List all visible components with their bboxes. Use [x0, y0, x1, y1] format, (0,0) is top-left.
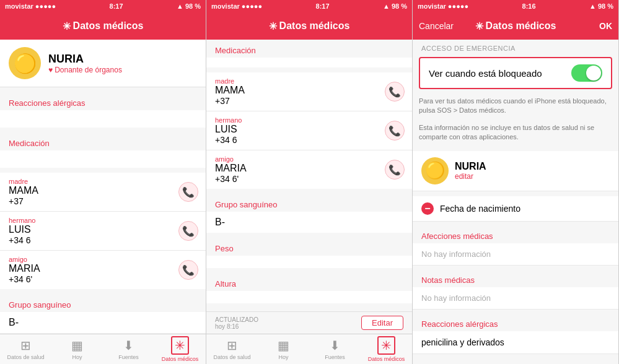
signal-2: ●●●●●: [242, 2, 262, 10]
scroll-content-1[interactable]: 🟡 NURIA ♥ Donante de órganos Reacciones …: [0, 40, 206, 334]
nav-star-icon-1: ✳: [63, 20, 71, 32]
edit-profile-link-3[interactable]: editar: [455, 172, 486, 181]
contact-relation-hermano-1: hermano: [9, 217, 197, 224]
divider-3a: [413, 191, 618, 196]
contact-relation-madre-1: madre: [9, 178, 197, 185]
divider-1a: [0, 87, 206, 92]
notas-value-3: No hay información: [421, 293, 491, 303]
status-right-3: ▲ 98 %: [589, 2, 613, 10]
nav-star-icon-3: ✳: [475, 20, 483, 32]
tab-fuentes-1[interactable]: ⬇ Fuentes: [103, 334, 154, 364]
section-reacciones-1: Reacciones alérgicas: [0, 92, 206, 110]
contact-relation-madre-2: madre: [215, 77, 403, 85]
scroll-content-2[interactable]: Medicación madre MAMA +37 📞 hermano LUIS…: [206, 40, 412, 311]
call-amigo-btn-1[interactable]: 📞: [178, 260, 198, 280]
tab-datos-medicos-icon-2: ✳: [377, 336, 395, 355]
tab-hoy-label-2: Hoy: [278, 354, 288, 360]
tab-datos-salud-2[interactable]: ⊞ Datos de salud: [206, 334, 258, 364]
ok-button-3[interactable]: OK: [599, 21, 612, 31]
panel-1: movistar ●●●●● 8:17 ▲ 98 % ✳ Datos médic…: [0, 0, 206, 364]
reacciones-item-3: penicilina y derivados: [413, 331, 618, 354]
wifi-3: ▲: [589, 2, 596, 10]
edit-button-2[interactable]: Editar: [361, 316, 403, 330]
emergency-section-3: ACCESO DE EMERGENCIA: [413, 40, 618, 54]
grupo-val-2: B-: [215, 217, 225, 227]
divider-1c: [0, 168, 206, 173]
call-hermano-btn-1[interactable]: 📞: [178, 221, 198, 241]
wifi-2: ▲: [383, 2, 390, 10]
section-grupo-1: Grupo sanguíneo: [0, 294, 206, 312]
contact-name-amigo-1: MARIA: [9, 263, 197, 274]
tab-hoy-1[interactable]: ▦ Hoy: [51, 334, 103, 364]
peso-label-2: Peso: [206, 238, 412, 256]
tab-fuentes-label-1: Fuentes: [118, 354, 139, 360]
wifi-1: ▲: [177, 2, 183, 10]
divider-2c: [206, 233, 412, 238]
update-bar-2: ACTUALIZADO hoy 8:16 Editar: [206, 311, 412, 334]
afecciones-value-3: No hay información: [421, 249, 491, 259]
profile-name-1: NURIA: [48, 53, 122, 66]
toggle-label-3: Ver cuando está bloqueado: [429, 68, 542, 79]
donor-label-1: ♥ Donante de órganos: [48, 66, 122, 74]
tab-datos-salud-icon-1: ⊞: [20, 338, 31, 353]
time-2: 8:17: [316, 2, 330, 10]
call-hermano-btn-2[interactable]: 📞: [385, 121, 405, 141]
time-1: 8:17: [110, 2, 123, 10]
toggle-switch-3[interactable]: [571, 64, 602, 82]
contact-phone-amigo-1: +34 6': [9, 274, 197, 284]
minus-fecha-3[interactable]: −: [421, 202, 434, 215]
tab-hoy-icon-1: ▦: [71, 338, 83, 353]
fecha-section-3: − Fecha de nacimiento: [413, 196, 618, 222]
tab-datos-salud-label-2: Datos de salud: [213, 354, 250, 360]
afecciones-title-3: Afecciones médicas: [413, 227, 618, 243]
contact-relation-amigo-2: amigo: [215, 155, 403, 163]
call-amigo-btn-2[interactable]: 📞: [385, 160, 405, 180]
divider-3d: [413, 310, 618, 314]
contact-name-madre-2: MAMA: [215, 85, 403, 96]
status-bar-1: movistar ●●●●● 8:17 ▲ 98 %: [0, 0, 206, 12]
avatar-1: 🟡: [9, 47, 41, 79]
carrier-1: movistar: [5, 2, 33, 10]
medicacion-empty-1: [0, 150, 206, 168]
nav-bar-2: ✳ Datos médicos: [206, 12, 412, 40]
peso-section-2: [206, 256, 412, 268]
cancel-button-3[interactable]: Cancelar: [419, 21, 454, 31]
updated-text-2: ACTUALIZADO hoy 8:16: [215, 316, 258, 330]
call-madre-btn-2[interactable]: 📞: [385, 82, 405, 102]
grupo-section-1: B-: [0, 312, 206, 333]
toggle-row-3[interactable]: Ver cuando está bloqueado: [419, 57, 612, 89]
tab-datos-medicos-1[interactable]: ✳ Datos médicos: [154, 334, 206, 364]
contact-name-madre-1: MAMA: [9, 185, 197, 196]
status-left-2: movistar ●●●●●: [211, 2, 262, 10]
contacts-section-1: madre MAMA +37 📞 hermano LUIS +34 6 📞 am…: [0, 173, 206, 289]
tab-hoy-2[interactable]: ▦ Hoy: [258, 334, 309, 364]
divider-2b: [206, 189, 412, 194]
divider-3b: [413, 222, 618, 227]
contact-phone-amigo-2: +34 6': [215, 174, 403, 184]
divider-1d: [0, 289, 206, 294]
carrier-2: movistar: [211, 2, 240, 10]
contact-relation-hermano-2: hermano: [215, 116, 403, 124]
nav-title-1: Datos médicos: [73, 20, 144, 32]
heart-icon-1: ♥: [48, 66, 53, 74]
grupo-label-2: Grupo sanguíneo: [206, 194, 412, 212]
contact-relation-amigo-1: amigo: [9, 256, 197, 263]
call-madre-btn-1[interactable]: 📞: [178, 182, 198, 202]
contact-phone-madre-2: +37: [215, 96, 403, 106]
reacciones-section-1: [0, 110, 206, 128]
tab-datos-salud-1[interactable]: ⊞ Datos de salud: [0, 334, 51, 364]
contacts-section-2: madre MAMA +37 📞 hermano LUIS +34 6 📞 am…: [206, 72, 412, 189]
medicacion-label-2: Medicación: [206, 40, 412, 58]
tab-datos-medicos-2[interactable]: ✳ Datos médicos: [361, 334, 412, 364]
divider-2a: [206, 67, 412, 72]
tab-fuentes-icon-2: ⬇: [330, 338, 340, 353]
tab-fuentes-2[interactable]: ⬇ Fuentes: [309, 334, 361, 364]
panel-3: movistar ●●●●● 8:16 ▲ 98 % Cancelar ✳ Da…: [413, 0, 619, 364]
fecha-item-3[interactable]: − Fecha de nacimiento: [413, 196, 618, 222]
contact-name-amigo-2: MARIA: [215, 163, 403, 174]
tab-datos-salud-label-1: Datos de salud: [7, 354, 44, 360]
peso-empty-2: [206, 256, 412, 268]
tab-datos-medicos-icon-1: ✳: [171, 336, 189, 355]
signal-1: ●●●●●: [35, 2, 56, 10]
scroll-content-3[interactable]: ACCESO DE EMERGENCIA Ver cuando está blo…: [413, 40, 618, 364]
